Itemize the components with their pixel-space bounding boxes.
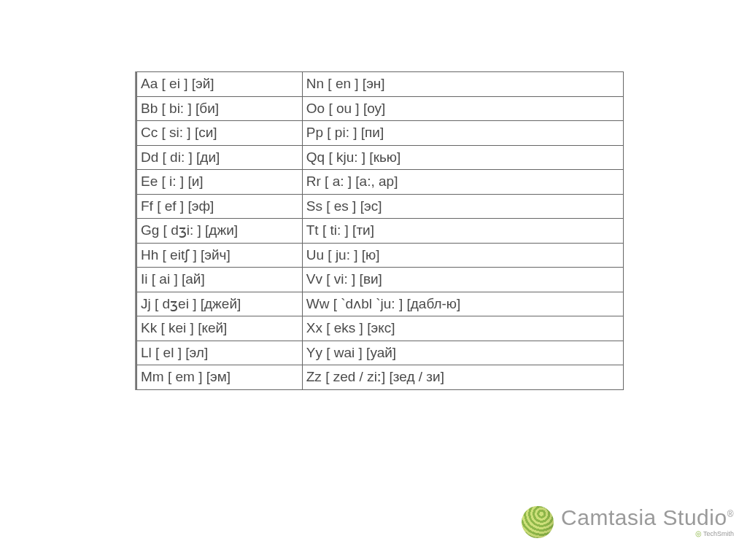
alphabet-cell-left: Ll [ el ] [эл] xyxy=(137,341,303,365)
alphabet-cell-left: Cc [ si: ] [си] xyxy=(137,121,303,146)
table-row: Ii [ ai ] [ай]Vv [ vi: ] [ви] xyxy=(137,268,624,292)
alphabet-cell-left: Ff [ ef ] [эф] xyxy=(137,194,303,219)
table-row: Ff [ ef ] [эф]Ss [ es ] [эс] xyxy=(137,194,624,219)
camtasia-watermark: Camtasia Studio® ◎ TechSmith xyxy=(522,506,734,538)
alphabet-cell-right: Nn [ en ] [эн] xyxy=(302,72,623,97)
alphabet-cell-right: Ss [ es ] [эс] xyxy=(302,194,623,219)
alphabet-cell-left: Gg [ dʒi: ] [джи] xyxy=(137,219,303,244)
alphabet-cell-right: Rr [ a: ] [а:, ар] xyxy=(302,170,623,195)
alphabet-cell-left: Ee [ i: ] [и] xyxy=(137,170,303,195)
table-row: Mm [ em ] [эм]Zz [ zed / ziː] [зед / зи] xyxy=(137,365,624,390)
table-row: Bb [ bi: ] [би]Oo [ ou ] [оу] xyxy=(137,96,624,121)
watermark-sub-icon: ◎ xyxy=(695,529,702,537)
registered-mark: ® xyxy=(727,509,734,519)
table-row: Ee [ i: ] [и]Rr [ a: ] [а:, ар] xyxy=(137,170,624,195)
alphabet-cell-right: Yy [ wai ] [уай] xyxy=(302,341,623,365)
alphabet-cell-left: Aa [ ei ] [эй] xyxy=(137,72,303,97)
alphabet-cell-left: Kk [ kei ] [кей] xyxy=(137,316,303,341)
alphabet-cell-right: Uu [ ju: ] [ю] xyxy=(302,243,623,268)
table-row: Cc [ si: ] [си]Pp [ pi: ] [пи] xyxy=(137,121,624,146)
watermark-sub-text: TechSmith xyxy=(703,530,734,537)
watermark-subtitle: ◎ TechSmith xyxy=(695,530,734,537)
alphabet-cell-left: Dd [ di: ] [ди] xyxy=(137,145,303,170)
camtasia-logo-icon xyxy=(517,502,558,542)
alphabet-cell-right: Pp [ pi: ] [пи] xyxy=(302,121,623,146)
alphabet-cell-right: Vv [ vi: ] [ви] xyxy=(302,268,623,292)
alphabet-cell-right: Tt [ ti: ] [ти] xyxy=(302,219,623,244)
table-row: Gg [ dʒi: ] [джи]Tt [ ti: ] [ти] xyxy=(137,219,624,244)
watermark-title-text: Camtasia Studio xyxy=(561,505,727,529)
alphabet-cell-right: Zz [ zed / ziː] [зед / зи] xyxy=(302,365,623,390)
alphabet-cell-left: Bb [ bi: ] [би] xyxy=(137,96,303,121)
table-row: Hh [ eitʃ ] [эйч]Uu [ ju: ] [ю] xyxy=(137,243,624,268)
table-row: Jj [ dʒei ] [джей]Ww [ `dʌbl `ju: ] [даб… xyxy=(137,292,624,316)
alphabet-cell-left: Mm [ em ] [эм] xyxy=(137,365,303,390)
alphabet-cell-left: Hh [ eitʃ ] [эйч] xyxy=(137,243,303,268)
watermark-text-block: Camtasia Studio® ◎ TechSmith xyxy=(561,507,734,537)
alphabet-cell-left: Ii [ ai ] [ай] xyxy=(137,268,303,292)
alphabet-table-container: Aa [ ei ] [эй]Nn [ en ] [эн]Bb [ bi: ] [… xyxy=(135,71,624,390)
alphabet-cell-left: Jj [ dʒei ] [джей] xyxy=(137,292,303,316)
alphabet-cell-right: Xx [ eks ] [экс] xyxy=(302,316,623,341)
watermark-title: Camtasia Studio® xyxy=(561,507,734,529)
alphabet-cell-right: Ww [ `dʌbl `ju: ] [дабл-ю] xyxy=(302,292,623,316)
table-row: Ll [ el ] [эл]Yy [ wai ] [уай] xyxy=(137,341,624,365)
alphabet-cell-right: Qq [ kju: ] [кью] xyxy=(302,145,623,170)
table-row: Aa [ ei ] [эй]Nn [ en ] [эн] xyxy=(137,72,624,97)
table-row: Dd [ di: ] [ди]Qq [ kju: ] [кью] xyxy=(137,145,624,170)
alphabet-table: Aa [ ei ] [эй]Nn [ en ] [эн]Bb [ bi: ] [… xyxy=(136,71,624,390)
table-row: Kk [ kei ] [кей]Xx [ eks ] [экс] xyxy=(137,316,624,341)
alphabet-cell-right: Oo [ ou ] [оу] xyxy=(302,96,623,121)
